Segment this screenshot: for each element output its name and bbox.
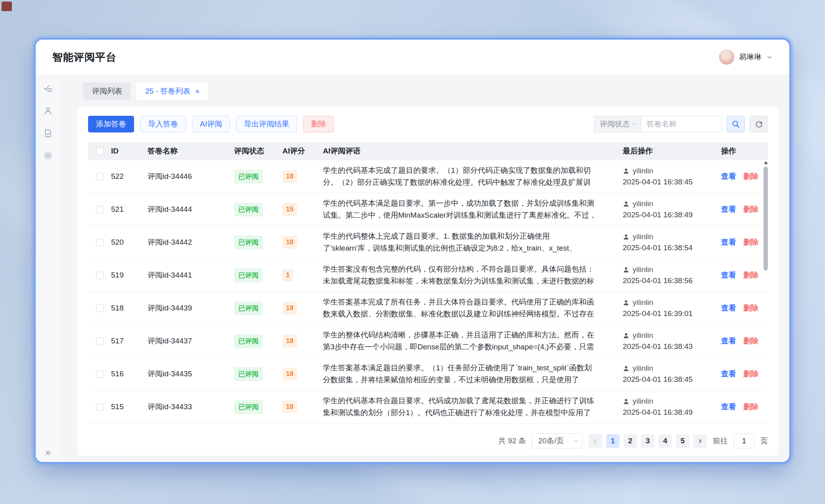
page-size-select[interactable]: 20条/页: [532, 433, 583, 448]
scroll-up-arrow[interactable]: [764, 161, 768, 164]
cell-id: 518: [111, 304, 148, 312]
pagination-total: 共 92 条: [498, 436, 526, 446]
delete-link[interactable]: 删除: [743, 204, 758, 215]
column-header-actions: 操作: [721, 146, 768, 156]
delete-link[interactable]: 删除: [743, 303, 758, 313]
score-badge: 15: [282, 203, 297, 216]
export-results-button[interactable]: 导出评阅结果: [236, 116, 297, 132]
avatar[interactable]: [719, 50, 734, 65]
view-link[interactable]: 查看: [721, 204, 736, 215]
page-button-1[interactable]: 1: [606, 434, 620, 448]
chevron-down-icon: [766, 54, 773, 60]
goto-label: 前往: [713, 436, 728, 446]
table-scrollbar[interactable]: [764, 161, 768, 425]
goto-page-input[interactable]: [734, 433, 754, 448]
review-status-select[interactable]: 评阅状态: [594, 116, 641, 132]
page-button-3[interactable]: 3: [641, 434, 654, 448]
status-badge: 已评阅: [234, 203, 263, 217]
close-icon[interactable]: ×: [195, 88, 200, 95]
cell-comment: 学生的代码基本符合题目要求。代码成功加载了鸢尾花数据集，并正确进行了训练集和测试…: [323, 395, 597, 419]
person-icon: [623, 266, 629, 273]
user-menu[interactable]: 易琳琳: [719, 50, 773, 65]
sidebar-item-papers[interactable]: [43, 128, 53, 138]
double-chevron-right-icon: »: [45, 447, 50, 458]
operation-time: 2025-04-01 16:38:45: [623, 375, 721, 384]
wallpaper-corner-mark: [2, 2, 12, 11]
prev-page-button[interactable]: ‹: [589, 434, 602, 448]
view-link[interactable]: 查看: [721, 303, 736, 313]
column-header-name: 答卷名称: [148, 146, 234, 156]
search-input[interactable]: [641, 116, 722, 132]
sidebar-item-review-list[interactable]: [43, 84, 53, 94]
cell-comment: 学生答案基本完成了所有任务，并且大体符合题目要求。代码使用了正确的库和函数来载入…: [323, 296, 597, 320]
view-link[interactable]: 查看: [721, 171, 736, 182]
delete-link[interactable]: 删除: [743, 270, 758, 280]
operator-name: yilinlin: [633, 397, 653, 406]
chevron-down-icon: [631, 122, 637, 127]
search-button[interactable]: [727, 116, 745, 132]
row-checkbox[interactable]: [96, 337, 104, 345]
column-header-id: ID: [111, 147, 148, 155]
operation-time: 2025-04-01 16:39:01: [623, 309, 721, 318]
delete-link[interactable]: 删除: [743, 336, 758, 346]
add-answer-button[interactable]: 添加答卷: [88, 116, 134, 132]
row-checkbox[interactable]: [96, 370, 104, 378]
view-link[interactable]: 查看: [721, 369, 736, 379]
cell-id: 520: [111, 238, 148, 247]
delete-link[interactable]: 删除: [743, 171, 758, 182]
tab-answer-list[interactable]: 25 - 答卷列表 ×: [136, 82, 208, 100]
row-checkbox[interactable]: [96, 272, 104, 279]
cell-comment: 学生的代码基本满足题目要求。第一步中，成功加载了数据，并划分成训练集和测试集。第…: [323, 197, 597, 222]
status-badge: 已评阅: [234, 367, 263, 381]
page-buttons: ‹ 12345 ›: [589, 434, 707, 448]
page-button-4[interactable]: 4: [658, 434, 672, 448]
select-all-checkbox[interactable]: [96, 148, 104, 155]
score-badge: 1: [282, 269, 293, 282]
scrollbar-thumb[interactable]: [764, 167, 768, 270]
cell-comment: 学生的代码整体上完成了题目要求。1. 数据集的加载和划分正确使用了'sklear…: [323, 230, 597, 255]
sidebar-item-settings[interactable]: [43, 151, 53, 160]
cell-name: 评阅id-34444: [148, 204, 234, 215]
row-checkbox[interactable]: [96, 403, 104, 411]
status-badge: 已评阅: [234, 334, 263, 348]
operator-name: yilinlin: [633, 364, 653, 373]
import-answer-button[interactable]: 导入答卷: [140, 116, 186, 132]
row-checkbox[interactable]: [96, 206, 104, 213]
answer-table: ID 答卷名称 评阅状态 AI评分 AI评阅评语 最后操作 操作 522 评阅i…: [88, 142, 768, 425]
view-link[interactable]: 查看: [721, 270, 736, 280]
ai-review-button[interactable]: AI评阅: [192, 116, 230, 132]
score-badge: 18: [282, 302, 297, 314]
cell-lastop: yilinlin 2025-04-01 16:38:45: [623, 167, 721, 186]
chevron-down-icon: [573, 439, 578, 444]
delete-button[interactable]: 删除: [303, 116, 334, 132]
sidebar-item-users[interactable]: [43, 106, 53, 116]
tab-review-list[interactable]: 评阅列表: [83, 82, 131, 100]
cell-comment: 学生的整体代码结构清晰，步骤基本正确，并且适用了正确的库和方法。然而，在第3步中…: [323, 329, 597, 353]
cell-name: 评阅id-34441: [148, 270, 234, 280]
refresh-button[interactable]: [750, 116, 768, 132]
row-checkbox[interactable]: [96, 239, 104, 246]
cell-lastop: yilinlin 2025-04-01 16:38:49: [623, 199, 721, 219]
next-page-button[interactable]: ›: [693, 434, 707, 448]
cell-comment: 学生答案没有包含完整的代码，仅有部分结构，不符合题目要求。具体问题包括：未加载鸢…: [323, 263, 597, 287]
delete-link[interactable]: 删除: [743, 369, 758, 379]
view-link[interactable]: 查看: [721, 402, 736, 412]
tab-bar: 评阅列表 25 - 答卷列表 ×: [83, 82, 778, 100]
column-header-lastop: 最后操作: [623, 146, 721, 156]
page-title: 智能评阅平台: [52, 50, 117, 64]
view-link[interactable]: 查看: [721, 237, 736, 247]
table-rows: 522 评阅id-34446 已评阅 18 学生的代码基本完成了题目的要求。（1…: [88, 160, 768, 424]
view-link[interactable]: 查看: [721, 336, 736, 346]
delete-link[interactable]: 删除: [743, 402, 758, 412]
operation-time: 2025-04-01 16:38:56: [623, 276, 721, 285]
row-checkbox[interactable]: [96, 305, 104, 312]
tab-label: 25 - 答卷列表: [145, 86, 190, 96]
delete-link[interactable]: 删除: [743, 237, 758, 247]
row-checkbox[interactable]: [96, 173, 104, 180]
page-button-2[interactable]: 2: [624, 434, 637, 448]
operator-name: yilinlin: [633, 232, 653, 241]
cell-name: 评阅id-34439: [148, 303, 234, 313]
score-badge: 18: [282, 368, 297, 380]
sidebar-collapse-button[interactable]: »: [36, 448, 60, 457]
page-button-5[interactable]: 5: [676, 434, 689, 448]
